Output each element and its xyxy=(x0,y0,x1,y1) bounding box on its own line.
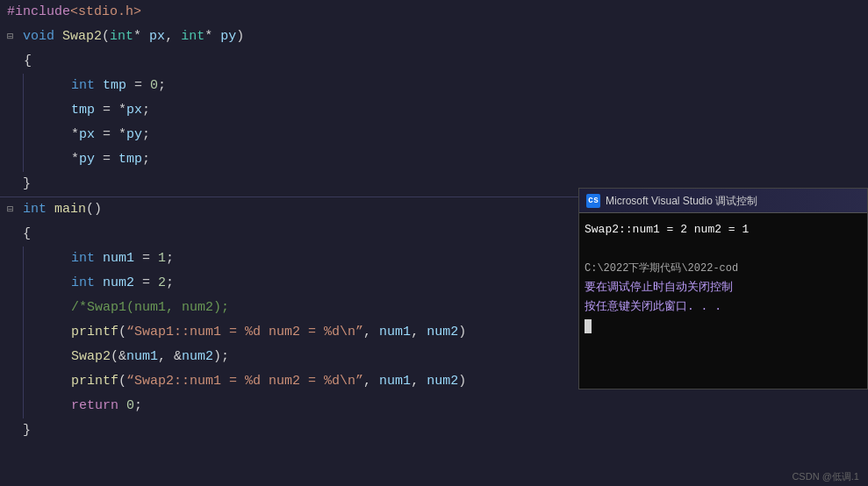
collapse-main[interactable]: ⊟ xyxy=(7,197,21,222)
deref-px: px xyxy=(126,98,142,123)
param-py: py xyxy=(220,25,236,49)
code-line-4: int tmp = 0; xyxy=(0,74,868,98)
kw-void-swap2: void xyxy=(23,25,54,49)
kw-int-num1: int xyxy=(71,247,95,271)
arg-addr-num1: num1 xyxy=(126,345,158,369)
arg-num2-b: num2 xyxy=(427,369,458,394)
printf-swap1: printf xyxy=(71,320,118,345)
console-icon-label: cs xyxy=(588,189,599,213)
console-body: Swap2::num1 = 2 num2 = 1 C:\2022下学期代码\20… xyxy=(579,213,867,343)
code-line-1: #include<stdio.h> xyxy=(0,0,868,25)
kw-int-tmp: int xyxy=(71,74,95,98)
printf-swap2: printf xyxy=(71,369,118,394)
fn-swap2: Swap2 xyxy=(62,25,102,49)
arg-addr-num2: num2 xyxy=(182,345,213,369)
arg-num1-b: num1 xyxy=(379,369,411,394)
punct: ( xyxy=(102,25,110,49)
param-type-py: int xyxy=(181,25,204,49)
var-num2: num2 xyxy=(103,271,134,296)
code-line-6: *px = *py; xyxy=(0,123,868,147)
fn-main: main xyxy=(54,197,86,222)
collapse-swap2[interactable]: ⊟ xyxy=(7,25,21,49)
deref-py: py xyxy=(126,123,142,147)
open-brace-swap2: { xyxy=(24,49,32,74)
status-text: CSDN @低调.1 xyxy=(792,464,859,486)
printf-str-swap2: “Swap2::num1 = %d num2 = %d\n” xyxy=(126,369,363,394)
console-titlebar: cs Microsoft Visual Studio 调试控制 xyxy=(579,189,867,213)
console-output-1: Swap2::num1 = 2 num2 = 1 xyxy=(585,223,749,236)
printf-str-swap1: “Swap1::num1 = %d num2 = %d\n” xyxy=(126,320,363,345)
kw-return: return xyxy=(71,394,118,418)
console-line-auto: 要在调试停止时自动关闭控制 xyxy=(585,278,862,297)
console-line-blank xyxy=(585,239,862,259)
console-line-path: C:\2022下学期代码\2022-cod xyxy=(585,259,862,278)
code-editor: #include<stdio.h> ⊟void Swap2(int* px, i… xyxy=(0,0,868,486)
console-window: cs Microsoft Visual Studio 调试控制 Swap2::n… xyxy=(578,188,868,390)
console-icon: cs xyxy=(586,194,600,208)
call-swap2: Swap2 xyxy=(71,345,111,369)
comment-swap1: /*Swap1(num1, num2); xyxy=(71,296,229,320)
num-0: 0 xyxy=(150,74,158,98)
code-line-2: ⊟void Swap2(int* px, int* py) xyxy=(0,25,868,49)
deref-py-assign: py xyxy=(79,147,95,172)
num-1: 1 xyxy=(158,247,166,271)
deref-px-assign: px xyxy=(79,123,95,147)
console-title: Microsoft Visual Studio 调试控制 xyxy=(606,189,757,213)
close-brace-main: } xyxy=(23,418,31,443)
num-2: 2 xyxy=(158,271,166,296)
var-tmp-val: tmp xyxy=(118,147,142,172)
var-tmp: tmp xyxy=(103,74,126,98)
console-cursor-line xyxy=(585,317,862,336)
code-line-18: } xyxy=(0,418,868,443)
return-val: 0 xyxy=(126,394,134,418)
code-line-7: *py = tmp; xyxy=(0,147,868,172)
close-brace-swap2: } xyxy=(23,172,31,197)
var-tmp-assign: tmp xyxy=(71,98,95,123)
kw-int-num2: int xyxy=(71,271,95,296)
kw-int-main: int xyxy=(23,197,47,222)
param-type-px: int xyxy=(110,25,133,49)
console-line-anykey: 按任意键关闭此窗口. . . xyxy=(585,297,862,317)
code-line-3: { xyxy=(0,49,868,74)
var-num1: num1 xyxy=(103,247,134,271)
arg-num1-a: num1 xyxy=(379,320,411,345)
status-bar: CSDN @低调.1 xyxy=(692,467,868,486)
console-line-1: Swap2::num1 = 2 num2 = 1 xyxy=(585,220,862,239)
arg-num2-a: num2 xyxy=(427,320,458,345)
preprocessor-include: #include xyxy=(7,0,70,25)
code-line-5: tmp = *px; xyxy=(0,98,868,123)
console-cursor xyxy=(585,319,592,333)
console-path-text: C:\2022下学期代码\2022-cod xyxy=(585,262,738,275)
console-anykey-text: 按任意键关闭此窗口. . . xyxy=(585,300,721,313)
open-brace-main: { xyxy=(23,222,31,247)
param-px: px xyxy=(149,25,165,49)
code-line-17: return 0; xyxy=(0,394,868,418)
include-path: <stdio.h> xyxy=(70,0,141,25)
console-auto-text: 要在调试停止时自动关闭控制 xyxy=(585,281,733,294)
